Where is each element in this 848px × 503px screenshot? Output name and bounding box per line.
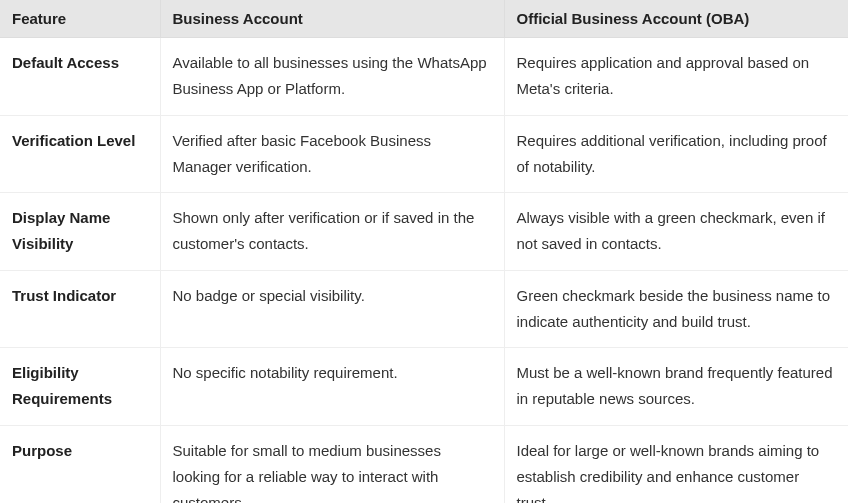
feature-label: Default Access [0, 38, 160, 116]
business-account-cell: No specific notability requirement. [160, 348, 504, 426]
business-account-cell: Shown only after verification or if save… [160, 193, 504, 271]
header-official-business-account: Official Business Account (OBA) [504, 0, 848, 38]
official-business-account-cell: Green checkmark beside the business name… [504, 270, 848, 348]
feature-label: Eligibility Requirements [0, 348, 160, 426]
table-row: Default Access Available to all business… [0, 38, 848, 116]
comparison-table: Feature Business Account Official Busine… [0, 0, 848, 503]
table-row: Trust Indicator No badge or special visi… [0, 270, 848, 348]
official-business-account-cell: Always visible with a green checkmark, e… [504, 193, 848, 271]
feature-label: Trust Indicator [0, 270, 160, 348]
official-business-account-cell: Ideal for large or well-known brands aim… [504, 425, 848, 503]
business-account-cell: Suitable for small to medium businesses … [160, 425, 504, 503]
table-row: Verification Level Verified after basic … [0, 115, 848, 193]
header-business-account: Business Account [160, 0, 504, 38]
official-business-account-cell: Requires additional verification, includ… [504, 115, 848, 193]
official-business-account-cell: Must be a well-known brand frequently fe… [504, 348, 848, 426]
business-account-cell: No badge or special visibility. [160, 270, 504, 348]
table-row: Purpose Suitable for small to medium bus… [0, 425, 848, 503]
feature-label: Display Name Visibility [0, 193, 160, 271]
table-header-row: Feature Business Account Official Busine… [0, 0, 848, 38]
official-business-account-cell: Requires application and approval based … [504, 38, 848, 116]
table-row: Display Name Visibility Shown only after… [0, 193, 848, 271]
table-row: Eligibility Requirements No specific not… [0, 348, 848, 426]
feature-label: Verification Level [0, 115, 160, 193]
business-account-cell: Available to all businesses using the Wh… [160, 38, 504, 116]
feature-label: Purpose [0, 425, 160, 503]
business-account-cell: Verified after basic Facebook Business M… [160, 115, 504, 193]
header-feature: Feature [0, 0, 160, 38]
